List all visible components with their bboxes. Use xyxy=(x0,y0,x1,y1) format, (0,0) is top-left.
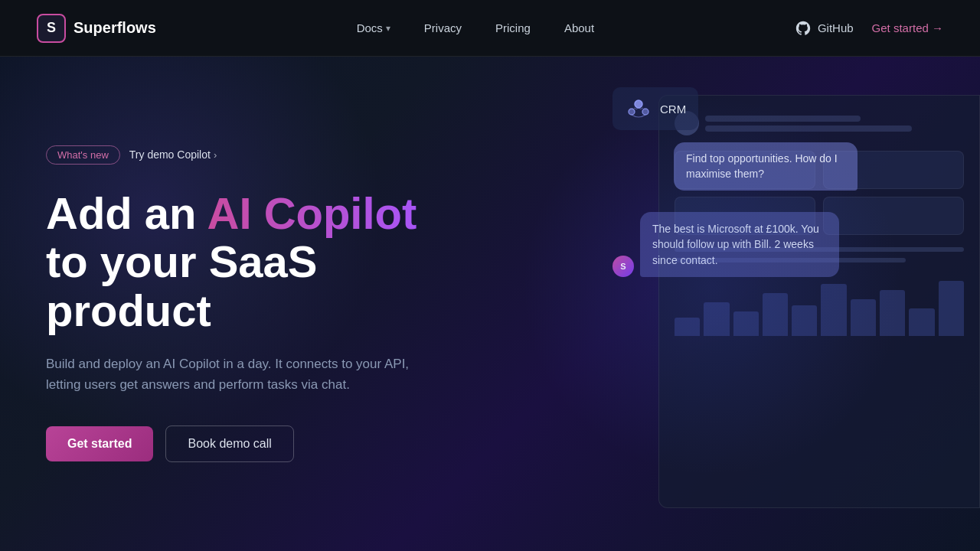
bar xyxy=(675,318,700,336)
logo-link[interactable]: S Superflows xyxy=(37,14,156,43)
book-demo-button[interactable]: Book demo call xyxy=(165,425,293,462)
demo-copilot-link[interactable]: Try demo Copilot › xyxy=(129,148,217,161)
hero-title: Add an AI Copilot to your SaaS product xyxy=(46,189,459,335)
hero-content: What's new Try demo Copilot › Add an AI … xyxy=(0,57,505,551)
navbar: S Superflows Docs ▾ Privacy Pricing Abou… xyxy=(0,0,980,57)
bar xyxy=(939,281,964,336)
bot-bubble-container: S The best is Microsoft at £100k. You sh… xyxy=(612,212,858,277)
hero-title-highlight: AI Copilot xyxy=(207,188,417,238)
hero-section: What's new Try demo Copilot › Add an AI … xyxy=(0,57,980,551)
nav-privacy[interactable]: Privacy xyxy=(410,15,475,41)
bar xyxy=(733,311,759,336)
nav-links: Docs ▾ Privacy Pricing About xyxy=(343,15,608,41)
bar xyxy=(851,299,876,336)
bot-chat-bubble: The best is Microsoft at £100k. You shou… xyxy=(640,212,839,277)
github-link[interactable]: GitHub xyxy=(795,20,854,37)
get-started-button[interactable]: Get started xyxy=(46,426,153,461)
crm-icon xyxy=(625,95,652,122)
hero-illustration: CRM Find top opportunities. How do I max… xyxy=(582,80,980,539)
hero-subtitle: Build and deploy an AI Copilot in a day.… xyxy=(46,354,444,395)
user-bubble-container: Find top opportunities. How do I maximis… xyxy=(612,142,858,201)
bar xyxy=(792,305,817,336)
svg-point-0 xyxy=(635,100,642,108)
crm-text: CRM xyxy=(660,103,686,116)
crm-label: CRM xyxy=(612,87,698,130)
chat-overlay: CRM Find top opportunities. How do I max… xyxy=(612,87,858,277)
bar xyxy=(880,290,905,336)
whats-new-pill: What's new xyxy=(46,145,120,165)
arrow-icon: › xyxy=(214,149,217,161)
user-chat-bubble: Find top opportunities. How do I maximis… xyxy=(674,142,858,191)
logo-text: Superflows xyxy=(74,19,156,37)
whats-new-badge: What's new Try demo Copilot › xyxy=(46,145,217,165)
nav-about[interactable]: About xyxy=(550,15,608,41)
bar xyxy=(909,308,934,336)
get-started-nav-link[interactable]: Get started → xyxy=(872,21,943,34)
bar xyxy=(763,293,788,336)
bar xyxy=(821,284,846,336)
logo-icon: S xyxy=(37,14,66,43)
bar xyxy=(704,302,729,336)
bot-avatar: S xyxy=(612,256,634,277)
hero-buttons: Get started Book demo call xyxy=(46,425,459,462)
nav-right: GitHub Get started → xyxy=(795,20,943,37)
svg-point-1 xyxy=(629,109,635,115)
chevron-down-icon: ▾ xyxy=(386,23,390,34)
github-icon xyxy=(795,20,812,37)
mockup-bars xyxy=(675,275,964,336)
nav-docs[interactable]: Docs ▾ xyxy=(343,15,404,41)
svg-point-2 xyxy=(642,109,648,115)
nav-pricing[interactable]: Pricing xyxy=(482,15,544,41)
